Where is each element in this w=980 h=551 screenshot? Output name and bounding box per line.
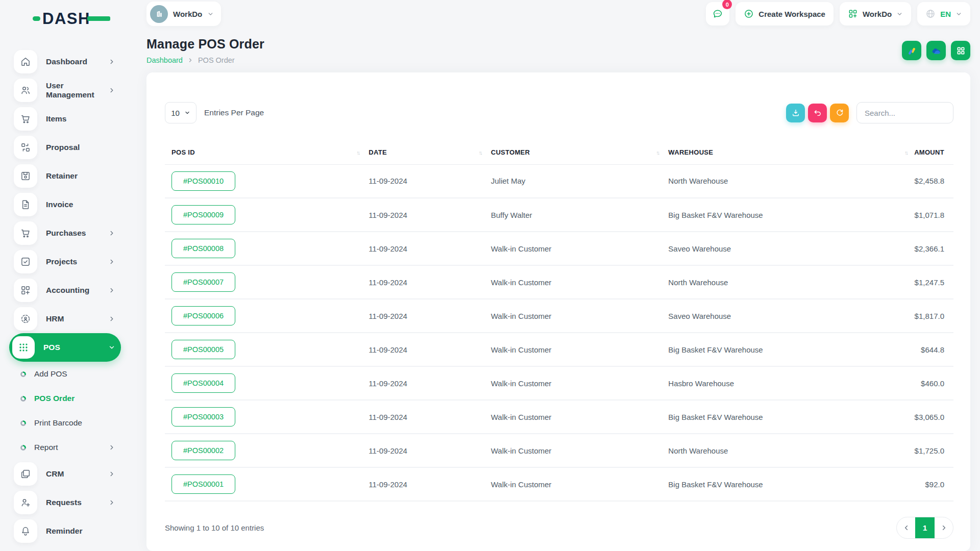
table-row: #POS0001011-09-2024Juliet MayNorth Wareh…: [165, 164, 953, 198]
table-actions: [786, 102, 953, 123]
sidebar-item-add-pos[interactable]: Add POS: [9, 362, 121, 386]
sidebar-item-label: Report: [34, 443, 108, 452]
prev-page-button[interactable]: [897, 517, 915, 538]
pos-id-link[interactable]: #POS00010: [172, 171, 235, 191]
apps-grid-button[interactable]: [951, 41, 970, 60]
sidebar-item-requests[interactable]: Requests: [9, 488, 121, 517]
cell-date: 11-09-2024: [362, 333, 484, 366]
sidebar-item-items[interactable]: Items: [9, 105, 121, 133]
brand-logo[interactable]: DASH: [9, 0, 134, 36]
export-button[interactable]: [786, 104, 805, 122]
cell-warehouse: North Warehouse: [662, 434, 910, 467]
pos-id-link[interactable]: #POS00003: [172, 407, 235, 427]
entries-per-page-label: Entries Per Page: [204, 108, 264, 117]
breadcrumb-dashboard-link[interactable]: Dashboard: [146, 56, 183, 64]
sidebar-item-user-management[interactable]: User Management: [9, 76, 121, 105]
cell-date: 11-09-2024: [362, 434, 484, 467]
sort-icon[interactable]: ↑↓: [656, 149, 658, 156]
messages-button[interactable]: 0: [706, 2, 729, 26]
column-header-amount: AMOUNT: [910, 141, 953, 164]
topbar: WorkDo 0 Create Workspace: [134, 0, 980, 28]
pos-order-card: 10 Entries Per Page: [146, 72, 970, 551]
search-input[interactable]: [856, 102, 953, 123]
pagination: 1: [896, 517, 953, 539]
cell-date: 11-09-2024: [362, 164, 484, 198]
check-square-icon: [14, 250, 37, 273]
sidebar-item-projects[interactable]: Projects: [9, 247, 121, 276]
svg-text:DASH: DASH: [42, 10, 90, 28]
onedrive-button[interactable]: [926, 41, 946, 60]
chevron-down-icon: [896, 11, 903, 17]
sidebar-item-accounting[interactable]: Accounting: [9, 276, 121, 305]
sidebar-item-hrm[interactable]: HRM: [9, 305, 121, 333]
cell-amount: $460.0: [910, 366, 953, 400]
pos-id-link[interactable]: #POS00009: [172, 205, 235, 224]
sidebar-item-label: User Management: [46, 81, 108, 99]
sidebar-item-retainer[interactable]: Retainer: [9, 162, 121, 190]
pos-id-link[interactable]: #POS00004: [172, 373, 235, 393]
person-target-icon: [14, 307, 37, 331]
cell-customer: Walk-in Customer: [484, 434, 662, 467]
workspace-menu-button[interactable]: WorkDo: [840, 2, 911, 26]
entries-per-page-select[interactable]: 10: [165, 102, 197, 123]
sort-icon[interactable]: ↑↓: [904, 149, 907, 156]
cell-amount: $2,366.1: [910, 232, 953, 265]
back-button[interactable]: [808, 104, 827, 122]
cell-date: 11-09-2024: [362, 400, 484, 434]
page-header: Manage POS Order Dashboard POS Order: [134, 28, 980, 64]
column-header-warehouse[interactable]: WAREHOUSE↑↓: [662, 141, 910, 164]
chevron-right-icon: [108, 499, 115, 506]
cell-customer: Walk-in Customer: [484, 232, 662, 265]
sort-icon[interactable]: ↑↓: [356, 149, 359, 156]
column-header-customer[interactable]: CUSTOMER↑↓: [484, 141, 662, 164]
sidebar-item-label: POS: [43, 343, 108, 352]
column-header-date[interactable]: DATE↑↓: [362, 141, 484, 164]
workspace-switcher[interactable]: WorkDo: [146, 2, 221, 26]
dash-logo-icon: DASH: [33, 8, 110, 29]
table-row: #POS0000711-09-2024Walk-in CustomerNorth…: [165, 265, 953, 299]
sidebar-item-crm[interactable]: CRM: [9, 460, 121, 488]
sidebar-item-report[interactable]: Report: [9, 435, 121, 460]
next-page-button[interactable]: [935, 517, 953, 538]
sort-icon[interactable]: ↑↓: [479, 149, 481, 156]
pos-id-link[interactable]: #POS00008: [172, 239, 235, 258]
table-row: #POS0000611-09-2024Walk-in CustomerSaveo…: [165, 299, 953, 333]
language-label: EN: [940, 10, 951, 18]
sidebar-item-pos[interactable]: POS: [9, 333, 121, 362]
sidebar-item-purchases[interactable]: Purchases: [9, 219, 121, 247]
table-header-row: POS ID↑↓DATE↑↓CUSTOMER↑↓WAREHOUSE↑↓AMOUN…: [165, 141, 953, 164]
column-header-pos-id[interactable]: POS ID↑↓: [165, 141, 362, 164]
sidebar-item-proposal[interactable]: Proposal: [9, 133, 121, 162]
sidebar-item-invoice[interactable]: Invoice: [9, 190, 121, 219]
cell-warehouse: Big Basket F&V Warehouse: [662, 198, 910, 232]
sidebar-item-pos-order[interactable]: POS Order: [9, 386, 121, 411]
cell-warehouse: Hasbro Warehouse: [662, 366, 910, 400]
cell-amount: $1,725.0: [910, 434, 953, 467]
language-button[interactable]: EN: [917, 2, 970, 26]
onedrive-icon: [931, 45, 942, 56]
adsense-button[interactable]: [902, 41, 921, 60]
chevron-down-icon: [108, 344, 115, 351]
create-workspace-button[interactable]: Create Workspace: [736, 2, 834, 26]
refresh-button[interactable]: [830, 104, 849, 122]
undo-icon: [813, 108, 822, 117]
pos-id-link[interactable]: #POS00007: [172, 272, 235, 292]
current-page[interactable]: 1: [915, 517, 935, 538]
pos-id-link[interactable]: #POS00005: [172, 340, 235, 359]
pos-id-link[interactable]: #POS00006: [172, 306, 235, 325]
pos-id-link[interactable]: #POS00002: [172, 441, 235, 460]
target-dot-icon: [20, 396, 26, 402]
sidebar-item-print-barcode[interactable]: Print Barcode: [9, 411, 121, 435]
pos-id-link[interactable]: #POS00001: [172, 474, 235, 494]
grid-plus-icon: [848, 9, 858, 19]
swap-squares-icon: [14, 136, 37, 159]
chevron-right-icon: [108, 444, 115, 451]
sidebar-item-reminder[interactable]: Reminder: [9, 517, 121, 545]
sidebar-item-dashboard[interactable]: Dashboard: [9, 47, 121, 76]
cell-date: 11-09-2024: [362, 299, 484, 333]
cell-warehouse: Saveo Warehouse: [662, 299, 910, 333]
sidebar-item-label: Requests: [46, 498, 108, 507]
messages-badge: 0: [722, 0, 732, 9]
chevron-right-icon: [108, 470, 115, 478]
users-icon: [14, 79, 37, 102]
